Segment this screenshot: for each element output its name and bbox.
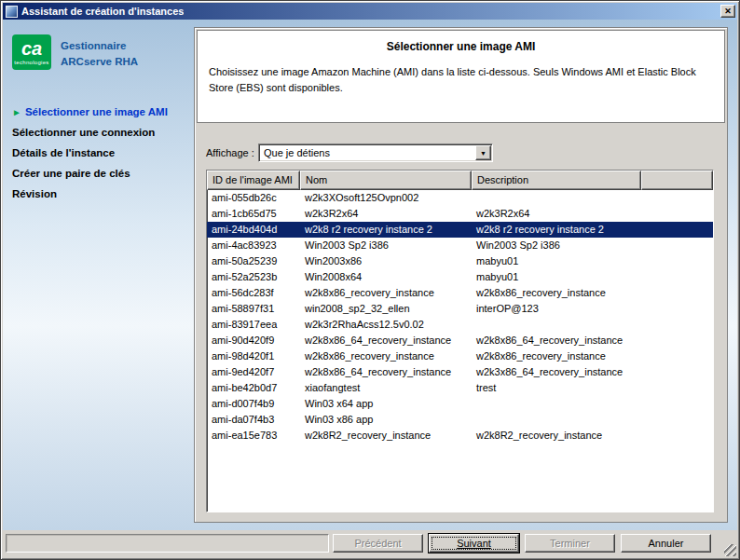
wizard-step-2: ►Sélectionner une connexion [12,126,188,146]
cell-id: ami-da07f4b3 [207,412,300,428]
cell-id: ami-055db26c [207,190,300,206]
cell-name: w2k8 r2 recovery instance 2 [300,222,472,238]
column-header-3[interactable]: Description [472,171,641,190]
table-row[interactable]: ami-58897f31win2008_sp2_32_elleninterOP@… [207,301,713,317]
cell-id: ami-1cb65d75 [207,206,300,222]
cell-name: w2k8x86_recovery_instance [300,348,472,364]
cell-name: w2k3r2RhaAcss12.5v0.02 [300,317,472,333]
active-step-arrow-icon: ► [12,107,21,117]
cell-id: ami-52a2523b [207,269,300,285]
resize-grip-icon[interactable] [724,544,736,556]
table-row[interactable]: ami-98d420f1w2k8x86_recovery_instancew2k… [207,348,713,364]
wizard-step-label: Révision [12,188,57,199]
cell-desc [472,317,641,333]
table-row[interactable]: ami-56dc283fw2k8x86_recovery_instancew2k… [207,285,713,301]
cell-desc: w2k8R2_recovery_instance [472,428,641,444]
cell-id: ami-4ac83923 [207,238,300,253]
status-bar [6,534,329,553]
cell-desc [472,396,641,412]
cell-name: win2008_sp2_32_ellen [300,301,472,317]
brand: ca technologies Gestionnaire ARCserve RH… [12,34,188,70]
cell-desc: mabyu01 [472,253,641,269]
cell-desc: Win2003 Sp2 i386 [472,238,641,253]
wizard-step-label: Détails de l'instance [12,147,115,158]
table-row[interactable]: ami-be42b0d7xiaofangtesttrest [207,380,713,396]
cell-desc: trest [472,380,641,396]
table-row[interactable]: ami-da07f4b3Win03 x86 app [207,412,713,428]
product-name: Gestionnaire ARCserve RHA [61,38,138,69]
cell-name: Win2003x86 [300,253,472,269]
cell-id: ami-ea15e783 [207,428,300,444]
wizard-step-3: ►Détails de l'instance [12,146,188,167]
cell-id: ami-56dc283f [207,285,300,301]
main-panel: Sélectionner une image AMI Choisissez un… [194,27,728,523]
cell-name: w2k3XOsoft125Ovpn002 [300,190,472,206]
cell-id: ami-58897f31 [207,301,300,317]
product-name-line1: Gestionnaire [61,38,138,54]
column-header-2[interactable]: Nom [300,171,472,190]
table-header-row: ID de l'image AMINomDescription [207,171,713,190]
affichage-dropdown[interactable]: Que je détiens ▼ [258,143,493,162]
table-row[interactable]: ami-ea15e783w2k8R2_recovery_instancew2k8… [207,428,713,444]
cancel-button[interactable]: Annuler [621,534,711,553]
dialog-body: ca technologies Gestionnaire ARCserve RH… [3,20,737,530]
cell-desc: w2k8 r2 recovery instance 2 [472,222,641,238]
button-row: PrécédentSuivantTerminerAnnuler [333,534,711,553]
table-row[interactable]: ami-83917eeaw2k3r2RhaAcss12.5v0.02 [207,317,713,333]
chevron-down-icon[interactable]: ▼ [475,145,491,160]
cell-name: xiaofangtest [300,380,472,396]
step-description: Choisissez une image Amazon Machine (AMI… [209,64,713,95]
finish-button: Terminer [525,534,615,553]
wizard-step-label: Sélectionner une image AMI [25,106,168,117]
table-row[interactable]: ami-9ed420f7w2k8x86_64_recovery_instance… [207,364,713,380]
window-title: Assistant de création d'instances [21,6,184,17]
cell-id: ami-9ed420f7 [207,364,300,380]
cell-desc: w2k8x86_64_recovery_instance [472,333,641,348]
cell-id: ami-98d420f1 [207,348,300,364]
table-row[interactable]: ami-90d420f9w2k8x86_64_recovery_instance… [207,333,713,348]
dropdown-selected-value: Que je détiens [264,147,475,158]
table-row[interactable]: ami-24bd404dw2k8 r2 recovery instance 2w… [207,222,713,238]
cell-desc [472,412,641,428]
table-body: ami-055db26cw2k3XOsoft125Ovpn002ami-1cb6… [207,190,713,512]
sidebar: ca technologies Gestionnaire ARCserve RH… [3,20,194,530]
ami-table: ID de l'image AMINomDescription ami-055d… [206,170,714,512]
cell-name: w2k8R2_recovery_instance [300,428,472,444]
cell-id: ami-d007f4b9 [207,396,300,412]
cell-id: ami-24bd404d [207,222,300,238]
affichage-label: Affichage : [206,147,258,158]
cell-id: ami-50a25239 [207,253,300,269]
close-button[interactable]: ✕ [720,5,735,18]
cell-name: Win2008x64 [300,269,472,285]
table-row[interactable]: ami-1cb65d75w2k3R2x64w2k3R2x64 [207,206,713,222]
ca-logo-text: ca [21,39,42,58]
cell-desc: w2k8x86_recovery_instance [472,285,641,301]
wizard-step-label: Créer une paire de clés [12,168,130,179]
titlebar: Assistant de création d'instances ✕ [3,3,737,20]
app-icon [6,6,18,18]
cell-desc: mabyu01 [472,269,641,285]
column-header-4[interactable] [641,171,713,190]
cell-desc: w2k3x86_64_recovery_instance [472,364,641,380]
cell-name: w2k8x86_recovery_instance [300,285,472,301]
wizard-window: Assistant de création d'instances ✕ ca t… [0,0,740,560]
table-row[interactable]: ami-4ac83923Win2003 Sp2 i386Win2003 Sp2 … [207,238,713,253]
step-header: Sélectionner une image AMI Choisissez un… [197,30,725,123]
table-row[interactable]: ami-055db26cw2k3XOsoft125Ovpn002 [207,190,713,206]
product-name-line2: ARCserve RHA [61,54,138,70]
table-row[interactable]: ami-d007f4b9Win03 x64 app [207,396,713,412]
cell-id: ami-be42b0d7 [207,380,300,396]
column-header-1[interactable]: ID de l'image AMI [207,171,300,190]
table-row[interactable]: ami-50a25239Win2003x86mabyu01 [207,253,713,269]
next-button[interactable]: Suivant [429,534,519,553]
ca-logo-subtext: technologies [14,60,48,65]
close-icon: ✕ [724,7,732,16]
wizard-step-1: ►Sélectionner une image AMI [12,105,188,126]
table-row[interactable]: ami-52a2523bWin2008x64mabyu01 [207,269,713,285]
ca-logo: ca technologies [12,34,51,70]
previous-button: Précédent [333,534,423,553]
cell-desc: interOP@123 [472,301,641,317]
cell-name: w2k8x86_64_recovery_instance [300,364,472,380]
cell-name: w2k8x86_64_recovery_instance [300,333,472,348]
cell-name: w2k3R2x64 [300,206,472,222]
